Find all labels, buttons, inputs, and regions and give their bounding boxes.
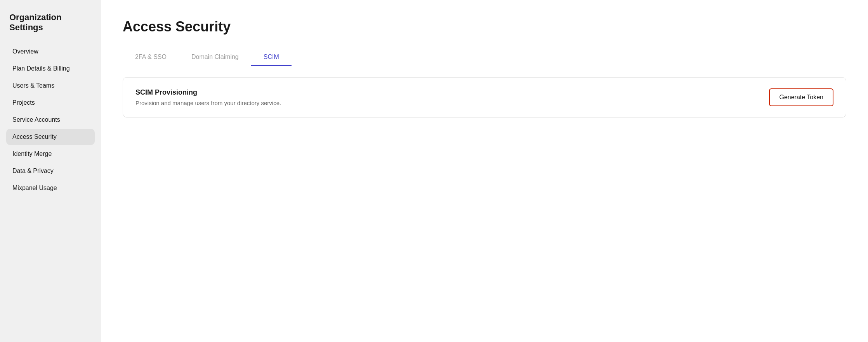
scim-provisioning-card: SCIM Provisioning Provision and manage u… — [123, 77, 846, 117]
tab-domain-claiming[interactable]: Domain Claiming — [179, 49, 251, 66]
tabs-container: 2FA & SSODomain ClaimingSCIM — [123, 49, 846, 66]
generate-token-button[interactable]: Generate Token — [769, 88, 833, 106]
sidebar-item-overview[interactable]: Overview — [6, 43, 95, 60]
tab-2fa-sso[interactable]: 2FA & SSO — [123, 49, 179, 66]
main-content: Access Security 2FA & SSODomain Claiming… — [101, 0, 868, 342]
sidebar: Organization Settings OverviewPlan Detai… — [0, 0, 101, 342]
sidebar-item-service-accounts[interactable]: Service Accounts — [6, 112, 95, 128]
card-content: SCIM Provisioning Provision and manage u… — [135, 88, 281, 106]
tab-scim[interactable]: SCIM — [251, 49, 292, 66]
sidebar-item-access-security[interactable]: Access Security — [6, 129, 95, 145]
sidebar-item-users-teams[interactable]: Users & Teams — [6, 78, 95, 94]
sidebar-item-identity-merge[interactable]: Identity Merge — [6, 146, 95, 162]
card-description: Provision and manage users from your dir… — [135, 100, 281, 106]
page-title: Access Security — [123, 19, 846, 35]
sidebar-item-mixpanel-usage[interactable]: Mixpanel Usage — [6, 180, 95, 196]
sidebar-title: Organization Settings — [6, 12, 95, 33]
card-title: SCIM Provisioning — [135, 88, 281, 97]
sidebar-item-projects[interactable]: Projects — [6, 95, 95, 111]
sidebar-item-plan-details-billing[interactable]: Plan Details & Billing — [6, 60, 95, 77]
sidebar-item-data-privacy[interactable]: Data & Privacy — [6, 163, 95, 179]
